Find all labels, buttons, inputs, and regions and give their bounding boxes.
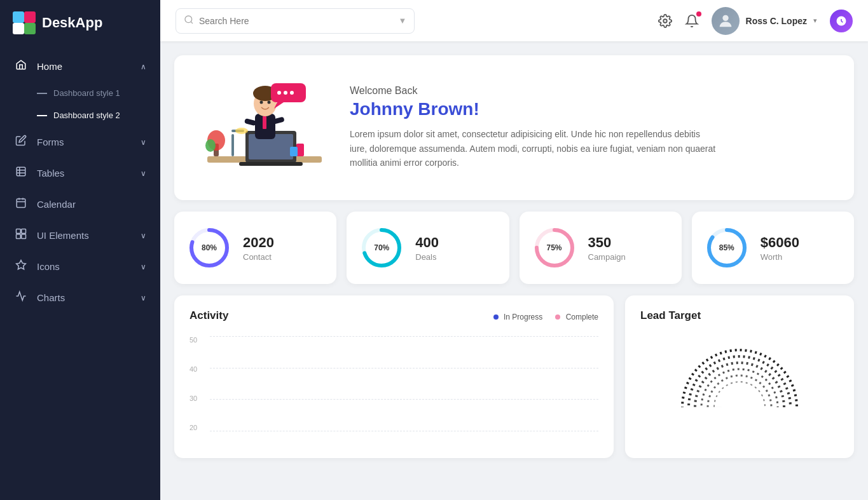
icons-arrow: ∨ xyxy=(141,262,146,271)
home-label: Home xyxy=(37,61,132,72)
svg-rect-40 xyxy=(231,134,234,156)
svg-point-15 xyxy=(663,19,667,23)
ui-elements-label: UI Elements xyxy=(37,230,132,241)
worth-pct: 85% xyxy=(719,243,734,252)
user-area[interactable]: Ross C. Lopez ▾ xyxy=(712,7,817,35)
lead-target-chart xyxy=(670,331,809,433)
campaign-label: Campaign xyxy=(588,252,626,262)
ui-elements-icon xyxy=(14,228,28,243)
deals-value: 400 xyxy=(415,234,439,251)
welcome-subtitle: Welcome Back xyxy=(350,85,834,97)
tables-arrow: ∨ xyxy=(141,169,146,178)
calendar-label: Calendar xyxy=(37,199,146,210)
campaign-progress: 75% xyxy=(532,226,577,270)
stat-card-worth: 85% $6060 Worth xyxy=(692,212,854,284)
ui-elements-arrow: ∨ xyxy=(141,231,146,240)
svg-point-59 xyxy=(722,389,757,425)
home-arrow: ∧ xyxy=(141,62,146,71)
sidebar-item-dashboard2[interactable]: Dashboard style 2 xyxy=(0,104,160,126)
forms-label: Forms xyxy=(37,137,132,147)
sidebar-item-forms[interactable]: Forms ∨ xyxy=(0,126,160,158)
deals-label: Deals xyxy=(415,252,439,262)
bottom-row: Activity In Progress Complete xyxy=(174,295,854,458)
svg-rect-4 xyxy=(17,199,25,208)
purple-badge-button[interactable] xyxy=(830,10,853,32)
svg-line-14 xyxy=(191,22,193,24)
logo-icon xyxy=(13,11,36,34)
search-box[interactable]: ▼ xyxy=(176,8,415,34)
svg-rect-10 xyxy=(17,234,21,239)
stat-card-deals: 70% 400 Deals xyxy=(347,212,509,284)
dash1-icon xyxy=(37,93,47,94)
deals-pct: 70% xyxy=(374,243,389,252)
worth-value: $6060 xyxy=(761,234,799,251)
contact-progress: 80% xyxy=(187,226,231,270)
sidebar-item-charts[interactable]: Charts ∨ xyxy=(0,282,160,313)
contact-value: 2020 xyxy=(243,234,274,251)
svg-point-26 xyxy=(205,139,216,152)
stat-card-campaign: 75% 350 Campaign xyxy=(520,212,682,284)
worth-label: Worth xyxy=(761,252,799,262)
sidebar: DeskApp Home ∧ Dashboard style 1 Dashboa… xyxy=(0,0,160,500)
activity-card: Activity In Progress Complete xyxy=(174,295,614,458)
header-icons: Ross C. Lopez ▾ xyxy=(658,7,853,35)
header: ▼ Ross C. Lopez ▾ xyxy=(160,0,868,41)
dashboard2-label: Dashboard style 2 xyxy=(53,111,120,120)
svg-rect-11 xyxy=(22,234,26,239)
welcome-text: Welcome Back Johnny Brown! Lorem ipsum d… xyxy=(350,85,834,170)
contact-text: 2020 Contact xyxy=(243,234,274,262)
contact-pct: 80% xyxy=(202,243,217,252)
user-name: Ross C. Lopez xyxy=(746,16,807,26)
chart-area xyxy=(210,336,598,431)
tables-icon xyxy=(14,166,28,180)
svg-rect-21 xyxy=(239,162,303,166)
campaign-pct: 75% xyxy=(546,243,561,252)
welcome-desc: Lorem ipsum dolor sit amet, consectetur … xyxy=(350,127,719,170)
sidebar-item-home[interactable]: Home ∧ xyxy=(0,51,160,82)
avatar xyxy=(712,7,740,35)
app-name: DeskApp xyxy=(42,15,102,31)
svg-point-39 xyxy=(290,91,294,95)
svg-marker-12 xyxy=(17,260,26,269)
svg-rect-0 xyxy=(17,167,25,176)
legend-dot-complete xyxy=(555,314,560,320)
home-icon xyxy=(14,59,28,74)
legend-dot-in-progress xyxy=(493,314,499,320)
notifications-button[interactable] xyxy=(685,14,699,28)
app-logo[interactable]: DeskApp xyxy=(0,0,160,46)
worth-progress: 85% xyxy=(705,226,749,270)
sidebar-item-ui-elements[interactable]: UI Elements ∨ xyxy=(0,220,160,251)
content: Welcome Back Johnny Brown! Lorem ipsum d… xyxy=(160,41,868,500)
search-input[interactable] xyxy=(199,16,393,26)
svg-point-37 xyxy=(277,91,281,95)
charts-icon xyxy=(14,290,28,305)
deals-progress: 70% xyxy=(359,226,404,270)
sidebar-item-tables[interactable]: Tables ∨ xyxy=(0,158,160,189)
sidebar-item-icons[interactable]: Icons ∨ xyxy=(0,251,160,282)
charts-arrow: ∨ xyxy=(141,294,146,302)
svg-rect-28 xyxy=(263,116,266,129)
svg-rect-23 xyxy=(290,147,298,156)
svg-rect-29 xyxy=(244,118,256,126)
svg-point-33 xyxy=(260,101,263,104)
welcome-card: Welcome Back Johnny Brown! Lorem ipsum d… xyxy=(174,55,854,200)
sidebar-item-dashboard1[interactable]: Dashboard style 1 xyxy=(0,82,160,104)
bar-chart: 50 40 30 20 xyxy=(189,336,598,444)
svg-point-42 xyxy=(235,128,248,134)
sidebar-item-calendar[interactable]: Calendar xyxy=(0,189,160,220)
tables-label: Tables xyxy=(37,168,132,179)
icons-label: Icons xyxy=(37,261,132,272)
svg-rect-8 xyxy=(17,229,21,234)
legend-in-progress: In Progress xyxy=(493,313,543,321)
settings-button[interactable] xyxy=(658,14,672,28)
activity-title: Activity xyxy=(189,309,228,322)
deals-text: 400 Deals xyxy=(415,234,439,262)
stat-card-contact: 80% 2020 Contact xyxy=(174,212,336,284)
forms-icon xyxy=(14,135,28,149)
svg-point-13 xyxy=(185,16,192,23)
contact-label: Contact xyxy=(243,252,274,262)
bars-container xyxy=(210,336,598,431)
svg-rect-35 xyxy=(271,83,306,102)
chart-legend: In Progress Complete xyxy=(493,313,598,321)
worth-text: $6060 Worth xyxy=(761,234,799,262)
